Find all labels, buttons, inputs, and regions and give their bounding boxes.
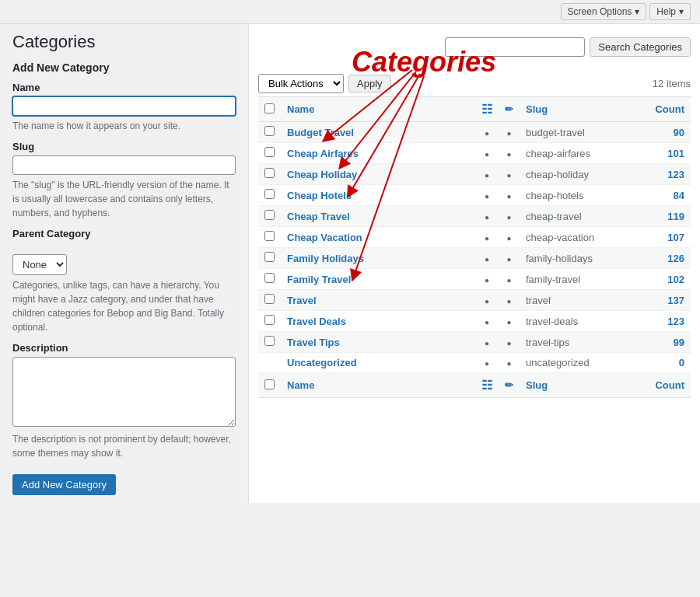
row-count-cell: 90 [644, 122, 691, 143]
row-name-link[interactable]: Family Holidays [287, 253, 364, 264]
table-body: Budget Travel●●budget-travel90Cheap Airf… [258, 122, 691, 373]
row-count-link[interactable]: 84 [674, 190, 684, 201]
row-slug-cell: cheap-hotels [520, 185, 644, 206]
dot-icon-1: ● [485, 255, 489, 264]
row-checkbox[interactable] [264, 210, 275, 220]
slug-input[interactable] [12, 155, 236, 175]
row-slug-cell: family-holidays [520, 248, 644, 269]
row-slug-cell: cheap-holiday [520, 164, 644, 185]
chevron-down-icon: ▾ [635, 6, 639, 17]
row-name-link[interactable]: Cheap Travel [287, 211, 350, 222]
row-count-link[interactable]: 137 [667, 295, 684, 306]
select-all-footer-checkbox[interactable] [264, 379, 275, 389]
row-checkbox[interactable] [264, 147, 275, 157]
bulk-actions-select[interactable]: Bulk Actions [258, 74, 344, 93]
row-checkbox[interactable] [264, 252, 275, 262]
row-name-link[interactable]: Cheap Hotels [287, 190, 352, 201]
add-new-category-button[interactable]: Add New Category [12, 474, 116, 495]
row-name-link[interactable]: Travel Tips [287, 337, 340, 348]
bulk-actions-wrap: Bulk Actions Apply [258, 74, 391, 93]
row-count-link[interactable]: 102 [667, 274, 684, 285]
row-icon1-cell: ● [475, 122, 499, 143]
row-name-link[interactable]: Family Travel [287, 274, 351, 285]
row-checkbox[interactable] [264, 294, 275, 304]
row-count-link[interactable]: 101 [667, 148, 684, 159]
row-name-link[interactable]: Travel Deals [287, 316, 346, 327]
row-slug: family-travel [526, 274, 580, 285]
row-name-link[interactable]: Budget Travel [287, 127, 354, 138]
row-name-link[interactable]: Cheap Airfares [287, 148, 359, 159]
row-count-link[interactable]: 119 [667, 211, 684, 222]
row-count-link[interactable]: 99 [674, 337, 684, 348]
header-count: Count [644, 97, 691, 122]
row-checkbox[interactable] [264, 336, 275, 346]
row-icon2-cell: ● [499, 227, 520, 248]
dot-icon-2: ● [506, 213, 511, 222]
row-checkbox[interactable] [264, 126, 275, 136]
row-icon2-cell: ● [499, 143, 520, 164]
row-checkbox-cell [258, 290, 281, 311]
row-slug-cell: family-travel [520, 269, 644, 290]
row-name-link[interactable]: Uncategorized [287, 357, 357, 368]
search-button[interactable]: Search Categories [590, 37, 691, 57]
row-slug: cheap-hotels [526, 190, 583, 201]
row-checkbox-cell [258, 143, 281, 164]
row-checkbox[interactable] [264, 168, 275, 178]
name-input[interactable] [12, 96, 236, 116]
dot-icon-1: ● [485, 276, 489, 285]
row-icon1-cell: ● [475, 248, 499, 269]
row-icon1-cell: ● [475, 227, 499, 248]
row-name-link[interactable]: Travel [287, 295, 317, 306]
footer-name: Name [281, 373, 475, 398]
row-count-cell: 0 [644, 353, 691, 373]
row-count-link[interactable]: 123 [667, 169, 684, 180]
row-checkbox[interactable] [264, 231, 275, 241]
row-icon1-cell: ● [475, 185, 499, 206]
right-header: placeholder Search Categories [258, 24, 691, 69]
table-row: Cheap Airfares●●cheap-airfares101 [258, 143, 691, 164]
dot-icon-2: ● [506, 129, 511, 138]
apply-button[interactable]: Apply [348, 75, 391, 93]
table-row: Travel Tips●●travel-tips99 [258, 332, 691, 353]
row-count-cell: 84 [644, 185, 691, 206]
row-checkbox[interactable] [264, 315, 275, 325]
row-count-link[interactable]: 123 [667, 316, 684, 327]
row-checkbox-cell [258, 311, 281, 332]
categories-table: Name ☷ ✏ Slug Count Budget Travel●●budge… [258, 97, 691, 398]
footer-icon1: ☷ [475, 373, 499, 398]
search-area: Search Categories [445, 37, 691, 57]
name-hint: The name is how it appears on your site. [12, 119, 236, 133]
row-count-link[interactable]: 107 [667, 232, 684, 243]
select-all-checkbox[interactable] [264, 103, 275, 113]
row-name-link[interactable]: Cheap Holiday [287, 169, 357, 180]
footer-checkbox-col [258, 373, 281, 398]
screen-options-button[interactable]: Screen Options ▾ [561, 3, 647, 20]
row-slug: cheap-travel [526, 211, 582, 222]
parent-select[interactable]: None [12, 254, 67, 275]
row-checkbox-cell [258, 332, 281, 353]
row-count-link[interactable]: 0 [679, 357, 684, 368]
row-icon1-cell: ● [475, 353, 499, 373]
description-group: Description The description is not promi… [12, 342, 236, 460]
description-textarea[interactable] [12, 357, 236, 427]
row-name-cell: Travel [281, 290, 475, 311]
dot-icon-2: ● [506, 150, 511, 159]
row-count-link[interactable]: 126 [667, 253, 684, 264]
row-slug-cell: travel-tips [520, 332, 644, 353]
row-icon2-cell: ● [499, 332, 520, 353]
row-name-link[interactable]: Cheap Vacation [287, 232, 362, 243]
header-checkbox-col [258, 97, 281, 122]
row-count-cell: 126 [644, 248, 691, 269]
row-count-link[interactable]: 90 [674, 127, 684, 138]
row-slug-cell: uncategorized [520, 353, 644, 373]
row-checkbox-cell [258, 227, 281, 248]
chevron-down-icon: ▾ [679, 6, 684, 17]
help-button[interactable]: Help ▾ [649, 3, 691, 20]
search-input[interactable] [445, 37, 585, 57]
dot-icon-2: ● [506, 171, 511, 180]
parent-hint: Categories, unlike tags, can have a hier… [12, 278, 236, 334]
row-slug: travel [526, 295, 551, 306]
row-checkbox[interactable] [264, 189, 275, 199]
row-checkbox[interactable] [264, 273, 275, 283]
row-checkbox-cell [258, 248, 281, 269]
